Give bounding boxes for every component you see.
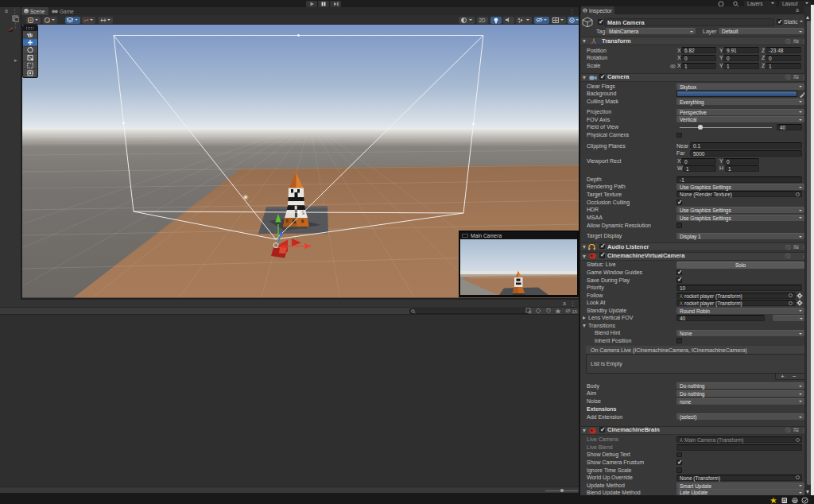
svg-text:15: 15 [572, 309, 578, 314]
svg-text:Main Camera: Main Camera [471, 233, 502, 238]
